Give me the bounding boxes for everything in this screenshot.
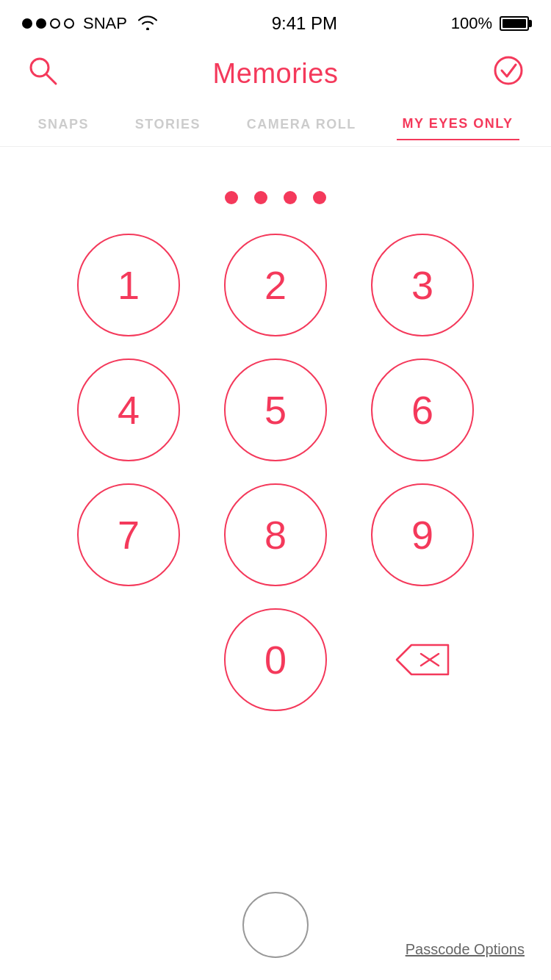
key-8[interactable]: 8	[224, 483, 327, 586]
status-time: 9:41 PM	[272, 13, 337, 34]
header: Memories	[0, 44, 551, 103]
status-right: 100%	[451, 14, 529, 33]
key-6[interactable]: 6	[371, 359, 474, 461]
page-title: Memories	[213, 58, 339, 90]
keypad-row-1: 1 2 3	[44, 234, 507, 336]
status-bar: SNAP 9:41 PM 100%	[0, 0, 551, 44]
check-button[interactable]	[492, 54, 525, 93]
signal-dot-4	[64, 18, 74, 29]
status-left: SNAP	[22, 14, 158, 33]
key-5[interactable]: 5	[224, 359, 327, 461]
key-1[interactable]: 1	[77, 234, 180, 336]
pin-dot-1	[225, 191, 238, 204]
passcode-options-link[interactable]: Passcode Options	[406, 941, 525, 958]
tab-camera-roll[interactable]: CAMERA ROLL	[241, 109, 362, 140]
key-9[interactable]: 9	[371, 483, 474, 586]
key-4[interactable]: 4	[77, 359, 180, 461]
key-empty	[77, 608, 180, 711]
key-7[interactable]: 7	[77, 483, 180, 586]
pin-dot-3	[284, 191, 297, 204]
tab-stories[interactable]: STORIES	[129, 109, 206, 140]
delete-button[interactable]	[371, 608, 474, 711]
key-0[interactable]: 0	[224, 608, 327, 711]
keypad: 1 2 3 4 5 6 7 8 9 0	[0, 234, 551, 711]
tab-my-eyes-only[interactable]: MY EYES ONLY	[397, 109, 519, 140]
signal-dot-3	[50, 18, 60, 29]
battery-icon	[500, 16, 529, 31]
pin-dots	[0, 191, 551, 204]
keypad-row-4: 0	[44, 608, 507, 711]
battery-percent: 100%	[451, 14, 492, 33]
svg-line-1	[46, 74, 56, 84]
pin-dot-2	[254, 191, 267, 204]
tab-snaps[interactable]: SNAPS	[32, 109, 95, 140]
search-button[interactable]	[26, 54, 59, 93]
key-3[interactable]: 3	[371, 234, 474, 336]
keypad-row-2: 4 5 6	[44, 359, 507, 461]
key-2[interactable]: 2	[224, 234, 327, 336]
carrier-name: SNAP	[83, 14, 127, 33]
svg-point-2	[495, 57, 522, 84]
signal-dot-2	[36, 18, 46, 29]
signal-dot-1	[22, 18, 32, 29]
pin-dot-4	[313, 191, 326, 204]
signal-dots	[22, 18, 74, 29]
keypad-row-3: 7 8 9	[44, 483, 507, 586]
wifi-icon	[137, 14, 158, 33]
tabs-nav: SNAPS STORIES CAMERA ROLL MY EYES ONLY	[0, 103, 551, 147]
home-button[interactable]	[242, 892, 309, 958]
